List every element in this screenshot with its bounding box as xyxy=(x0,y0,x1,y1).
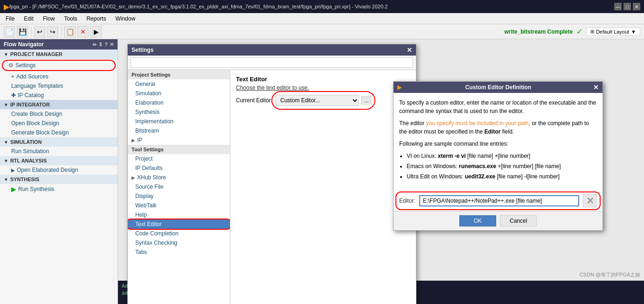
tree-display[interactable]: Display xyxy=(128,191,230,201)
custom-editor-para1: To specify a custom editor, enter the na… xyxy=(399,99,597,115)
section-rtl[interactable]: ▼ RTL ANALYSIS xyxy=(0,156,118,165)
maximize-btn[interactable]: □ xyxy=(623,3,631,10)
tree-elaboration[interactable]: Elaboration xyxy=(128,98,230,107)
samples-list: VI on Linux: xterm -e vi [file name] +[l… xyxy=(407,152,597,181)
editor-input-row: Editor: ✕ xyxy=(394,190,602,211)
section-synthesis[interactable]: ▼ SYNTHESIS xyxy=(0,175,118,184)
custom-editor-footer: OK Cancel xyxy=(394,211,602,230)
current-editor-label: Current Editor: xyxy=(236,97,272,104)
main-layout: Flow Navigator ⇔ ⇕ ? ✕ ▼ PROJECT MANAGER… xyxy=(0,39,644,304)
nav-close-icon[interactable]: ✕ xyxy=(110,42,114,48)
new-btn[interactable]: 📄 xyxy=(4,26,15,37)
section-project-manager[interactable]: ▼ PROJECT MANAGER xyxy=(0,49,118,59)
sep1 xyxy=(31,27,31,36)
tree-syntax-checking[interactable]: Syntax Checking xyxy=(128,238,230,247)
flow-nav-header: Flow Navigator ⇔ ⇕ ? ✕ xyxy=(0,39,118,49)
nav-pin-icon[interactable]: ⇔ xyxy=(92,42,97,48)
nav-generate-block[interactable]: Generate Block Design xyxy=(0,128,118,137)
tree-source-file[interactable]: Source File xyxy=(128,182,230,191)
nav-question-icon[interactable]: ? xyxy=(104,42,108,48)
settings-close-btn[interactable]: ✕ xyxy=(407,46,412,54)
close-btn[interactable]: ✕ xyxy=(633,3,640,10)
copy-btn[interactable]: 📋 xyxy=(64,26,76,37)
tree-general[interactable]: General xyxy=(128,79,230,89)
app-icon: ▶ xyxy=(4,2,9,11)
ip-expand-icon: ▶ xyxy=(132,138,135,143)
content-desc: Choose the text editor to use. xyxy=(236,85,410,91)
uedit-cmd: uedit32.exe xyxy=(465,173,495,180)
vi-cmd: xterm -e vi xyxy=(438,153,466,159)
sample-uedit: Ultra Edit on Windows: uedit32.exe [file… xyxy=(407,172,597,181)
custom-editor-para2: The editor you specify must be included … xyxy=(399,119,597,136)
section-ip-integrator[interactable]: ▼ IP INTEGRATOR xyxy=(0,100,118,109)
tree-synthesis[interactable]: Synthesis xyxy=(128,107,230,117)
custom-cancel-btn[interactable]: Cancel xyxy=(500,215,537,226)
content-area: Settings ✕ Project Settings General Simu… xyxy=(118,39,644,304)
highlight-span: you specify must be included in your pat… xyxy=(426,120,528,127)
settings-tree: Project Settings General Simulation Elab… xyxy=(128,70,230,304)
status-area: write_bitstream Complete ✓ ⊞ Default Lay… xyxy=(504,27,640,36)
menu-bar: File Edit Flow Tools Reports Window xyxy=(0,13,644,24)
editor-clear-btn[interactable]: ✕ xyxy=(583,194,597,207)
menu-edit[interactable]: Edit xyxy=(20,14,37,23)
nav-open-elaborated[interactable]: ▶ Open Elaborated Design xyxy=(0,165,118,175)
custom-editor-icon: ▶ xyxy=(397,84,402,91)
minimize-btn[interactable]: — xyxy=(614,3,622,10)
nav-create-block[interactable]: Create Block Design xyxy=(0,109,118,119)
tree-tabs[interactable]: Tabs xyxy=(128,247,230,257)
check-icon: ✓ xyxy=(576,27,582,36)
nav-float-icon[interactable]: ⇕ xyxy=(98,42,103,48)
gear-icon: ⚙ xyxy=(8,62,14,69)
section-simulation[interactable]: ▼ SIMULATION xyxy=(0,137,118,147)
clear-x-icon: ✕ xyxy=(586,195,594,206)
tree-implementation[interactable]: Implementation xyxy=(128,117,230,126)
tree-ip-defaults[interactable]: IP Defaults xyxy=(128,163,230,173)
window-controls[interactable]: — □ ✕ xyxy=(614,3,640,10)
settings-search-input[interactable] xyxy=(131,57,413,68)
nav-settings[interactable]: ⚙ Settings xyxy=(2,60,116,71)
nav-run-simulation[interactable]: Run Simulation xyxy=(0,147,118,156)
editor-input-label: Editor: xyxy=(399,198,415,204)
nav-language-templates[interactable]: Language Templates xyxy=(0,81,118,91)
nav-open-block[interactable]: Open Block Design xyxy=(0,119,118,128)
undo-btn[interactable]: ↩ xyxy=(34,26,45,37)
sim-arrow-icon: ▼ xyxy=(4,140,8,145)
tree-project[interactable]: Project xyxy=(128,154,230,163)
menu-reports[interactable]: Reports xyxy=(83,14,110,23)
menu-tools[interactable]: Tools xyxy=(60,14,81,23)
tree-bitstream[interactable]: Bitstream xyxy=(128,126,230,135)
nav-add-sources[interactable]: + Add Sources xyxy=(0,72,118,81)
tree-help[interactable]: Help xyxy=(128,210,230,219)
settings-body: Project Settings General Simulation Elab… xyxy=(128,70,416,304)
ellipsis-button[interactable]: ... xyxy=(361,96,372,105)
tree-ip[interactable]: ▶IP xyxy=(128,135,230,145)
tree-code-completion[interactable]: Code Completion xyxy=(128,229,230,238)
run-btn[interactable]: ▶ xyxy=(90,26,102,37)
custom-editor-title-bar: ▶ Custom Editor Definition ✕ xyxy=(394,82,602,93)
editor-input-field[interactable] xyxy=(419,195,579,206)
menu-flow[interactable]: Flow xyxy=(39,14,58,23)
nav-run-synthesis[interactable]: ▶ Run Synthesis xyxy=(0,184,118,194)
tree-text-editor[interactable]: Text Editor xyxy=(128,219,230,229)
layout-dropdown[interactable]: ⊞ Default Layout ▼ xyxy=(586,28,640,36)
tree-webtalk[interactable]: WebTalk xyxy=(128,201,230,210)
nav-ip-catalog[interactable]: ✚ IP Catalog xyxy=(0,91,118,100)
sep2 xyxy=(61,27,62,36)
menu-file[interactable]: File xyxy=(2,14,18,23)
toolbar: 📄 💾 ↩ ↪ 📋 ✕ ▶ write_bitstream Complete ✓… xyxy=(0,24,644,39)
tree-project-settings-header: Project Settings xyxy=(128,70,230,79)
emacs-cmd: runemacs.exe xyxy=(459,163,496,170)
current-editor-select[interactable]: Custom Editor... xyxy=(275,95,359,106)
nav-controls[interactable]: ⇔ ⇕ ? ✕ xyxy=(92,42,114,48)
tree-xhub[interactable]: ▶XHub Store xyxy=(128,173,230,182)
ip-plus-icon: ✚ xyxy=(11,92,16,99)
flow-navigator: Flow Navigator ⇔ ⇕ ? ✕ ▼ PROJECT MANAGER… xyxy=(0,39,118,304)
custom-editor-close-btn[interactable]: ✕ xyxy=(593,84,599,91)
save-btn[interactable]: 💾 xyxy=(17,26,28,37)
samples-heading: Following are sample command line entrie… xyxy=(399,140,597,148)
menu-window[interactable]: Window xyxy=(111,14,139,23)
redo-btn[interactable]: ↪ xyxy=(47,26,58,37)
close-btn2[interactable]: ✕ xyxy=(77,26,89,37)
tree-simulation[interactable]: Simulation xyxy=(128,89,230,98)
custom-ok-btn[interactable]: OK xyxy=(459,215,496,226)
